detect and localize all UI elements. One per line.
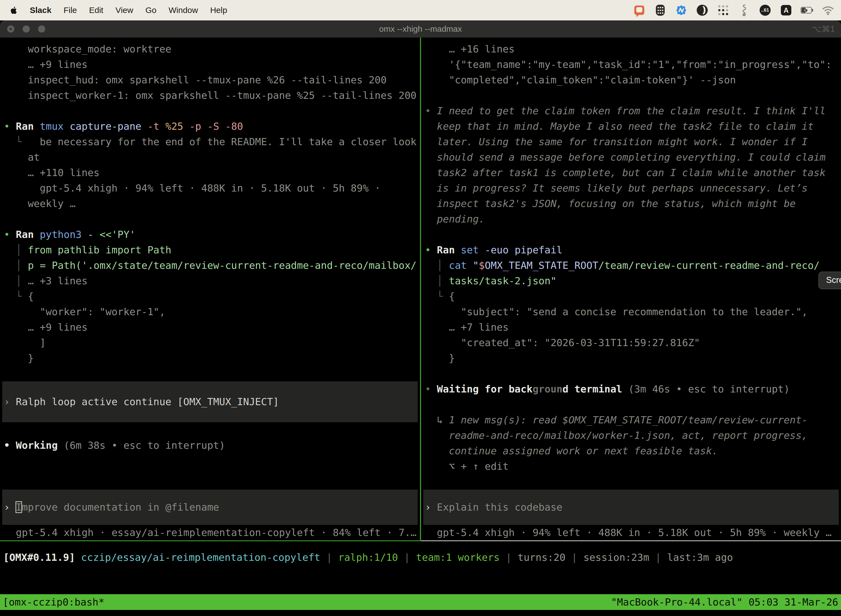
terminal-row: • Ran tmux capture-pane -t %25 -p -S -80 <box>0 119 420 134</box>
terminal-row: … +7 lines <box>421 320 841 335</box>
minimize-button[interactable] <box>23 25 30 32</box>
tmux-session-name[interactable]: [omx-cczip0:bash* <box>3 594 104 610</box>
right-pane: … +16 lines '{"team_name":"my-team","tas… <box>421 38 841 541</box>
terminal-row: • Ran set -euo pipefail <box>421 242 841 258</box>
terminal-row: │ … +3 lines <box>0 273 420 289</box>
terminal-row: ] <box>0 335 420 351</box>
terminal-row: … +16 lines <box>421 41 841 57</box>
terminal-row: is in progress? It seems likely but perh… <box>421 180 841 196</box>
terminal-row: └ be necessary for the end of the README… <box>0 134 420 150</box>
terminal-row: … +9 lines <box>0 320 420 335</box>
menu-item-slack[interactable]: Slack <box>30 6 51 15</box>
terminal-row: weekly … <box>0 196 420 211</box>
terminal-row: task2 after task1 is complete, but can I… <box>421 165 841 180</box>
terminal-row: • Waiting for background terminal (3m 46… <box>421 381 841 397</box>
terminal-row: … +9 lines <box>0 57 420 72</box>
terminal-row: • Working (6m 38s • esc to interrupt) <box>0 438 420 453</box>
terminal-row: "created_at": "2026-03-31T11:59:27.816Z" <box>421 335 841 351</box>
terminal-row: └ { <box>0 289 420 304</box>
window-shortcut: ⌥⌘1 <box>812 24 835 34</box>
terminal-row: } <box>421 351 841 366</box>
terminal-row: ↳ 1 new msg(s): read $OMX_TEAM_STATE_ROO… <box>421 412 841 428</box>
screen: Slack File Edit View Go Window Help <box>0 0 841 616</box>
a-square-icon[interactable]: A <box>780 4 793 17</box>
terminal-window: omx --xhigh --madmax ⌥⌘1 workspace_mode:… <box>0 21 841 616</box>
terminal-row <box>0 422 420 438</box>
terminal-row: │ from pathlib import Path <box>0 242 420 258</box>
terminal-row: • Ran python3 - <<'PY' <box>0 227 420 242</box>
menu-item-view[interactable]: View <box>115 6 133 15</box>
terminal-row: inspect_worker-1: omx sparkshell --tmux-… <box>0 88 420 103</box>
terminal-row: workspace_mode: worktree <box>0 41 420 57</box>
left-pane: workspace_mode: worktree … +9 lines insp… <box>0 38 420 541</box>
terminal-row <box>421 366 841 381</box>
terminal-row: pending. <box>421 211 841 227</box>
left-terminal-output: workspace_mode: worktree … +9 lines insp… <box>0 41 420 453</box>
inline-box-row: › Ralph loop active continue [OMX_TMUX_I… <box>2 381 418 422</box>
terminal-row <box>0 103 420 119</box>
squiggle-icon[interactable] <box>738 4 750 17</box>
terminal-row: │ p = Path('.omx/state/team/review-curre… <box>0 258 420 273</box>
terminal-row: inspect task2's JSON, focusing on the st… <box>421 196 841 211</box>
window-title: omx --xhigh --madmax <box>379 24 462 34</box>
left-pane-status-line: gpt-5.4 xhigh · essay/ai-reimplementatio… <box>0 525 420 540</box>
tmux-host-clock: "MacBook-Pro-44.local" 05:03 31-Mar-26 <box>611 594 838 610</box>
window-title-bar: omx --xhigh --madmax ⌥⌘1 <box>0 21 841 38</box>
terminal-row <box>421 227 841 242</box>
omx-session-status-line: [OMX#0.11.9] cczip/essay/ai-reimplementa… <box>0 541 841 594</box>
terminal-row: "subject": "send a concise recommendatio… <box>421 304 841 320</box>
a-square-label: A <box>781 5 791 15</box>
menu-item-go[interactable]: Go <box>145 6 157 15</box>
terminal-row: readme-and-reco/mailbox/worker-1.json, a… <box>421 428 841 443</box>
terminal-row <box>421 88 841 103</box>
timer-badge-label: ..61 <box>760 5 771 16</box>
terminal-row: "worker": "worker-1", <box>0 304 420 320</box>
battery-charging-icon[interactable] <box>801 4 813 17</box>
terminal-row: "completed","claim_token":"claim-token"}… <box>421 72 841 88</box>
zoom-button[interactable] <box>38 25 45 32</box>
terminal-row: keep that in mind. Maybe I also need the… <box>421 119 841 134</box>
timer-badge-icon[interactable]: ..61 <box>759 4 771 17</box>
keypad-shield-icon[interactable] <box>654 4 667 17</box>
terminal-row: │ cat "$OMX_TEAM_STATE_ROOT/team/review-… <box>421 258 841 273</box>
terminal-row: │ tasks/task-2.json" <box>421 273 841 289</box>
terminal-row <box>421 397 841 412</box>
wifi-icon[interactable] <box>822 4 834 17</box>
terminal-row: at <box>0 150 420 165</box>
terminal-row: └ { <box>421 289 841 304</box>
right-terminal-output: … +16 lines '{"team_name":"my-team","tas… <box>421 41 841 474</box>
close-button[interactable] <box>7 25 14 32</box>
right-prompt-input[interactable]: › Explain this codebase <box>423 490 839 525</box>
left-prompt-input[interactable]: › Improve documentation in @filename <box>2 490 418 525</box>
terminal-row: later. Using the same for transition mig… <box>421 134 841 150</box>
macos-menu-bar: Slack File Edit View Go Window Help <box>0 0 841 21</box>
terminal-row: continue assigned work or next feasible … <box>421 443 841 459</box>
tmux-panes: workspace_mode: worktree … +9 lines insp… <box>0 38 841 541</box>
dots-grid-icon[interactable] <box>717 4 730 17</box>
terminal-row: gpt-5.4 xhigh · 94% left · 488K in · 5.1… <box>0 180 420 196</box>
terminal-row: • I need to get the claim token from the… <box>421 103 841 119</box>
apple-menu-icon[interactable] <box>10 6 18 15</box>
terminal-row: … +110 lines <box>0 165 420 180</box>
terminal-row: '{"team_name":"my-team","task_id":"1","f… <box>421 57 841 72</box>
terminal-row <box>0 211 420 227</box>
terminal-row: should send a message before completing … <box>421 150 841 165</box>
menu-item-help[interactable]: Help <box>210 6 227 15</box>
crescent-circle-icon[interactable] <box>696 4 709 17</box>
terminal-row: } <box>0 351 420 366</box>
terminal-row: ⌥ + ↑ edit <box>421 459 841 474</box>
blue-badge-icon[interactable] <box>675 4 687 17</box>
tmux-status-bar: [omx-cczip0:bash* "MacBook-Pro-44.local"… <box>0 594 841 610</box>
screen-tooltip: Scre <box>818 271 841 289</box>
menu-item-file[interactable]: File <box>63 6 77 15</box>
terminal-row: inspect_hud: omx sparkshell --tmux-pane … <box>0 72 420 88</box>
menu-item-window[interactable]: Window <box>168 6 198 15</box>
terminal-row <box>0 366 420 381</box>
screenshot-chat-icon[interactable] <box>633 4 646 17</box>
menu-item-edit[interactable]: Edit <box>89 6 104 15</box>
right-pane-status-line: gpt-5.4 xhigh · 94% left · 488K in · 5.1… <box>421 525 841 540</box>
